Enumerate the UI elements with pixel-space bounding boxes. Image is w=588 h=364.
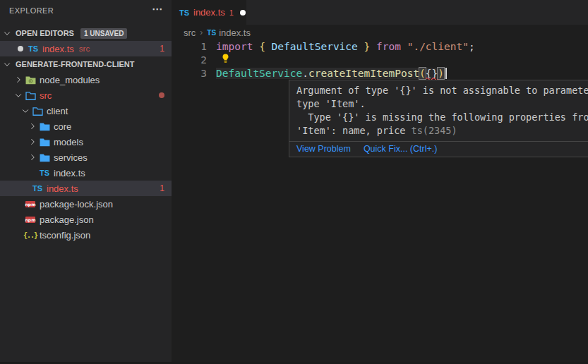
breadcrumb-separator-icon: › <box>200 28 203 37</box>
code-editor[interactable]: 1import { DefaultService } from "./clien… <box>172 40 588 80</box>
open-editors-label: OPEN EDITORS <box>16 29 74 37</box>
chevron-right-icon <box>28 153 37 162</box>
folder-icon <box>39 137 50 147</box>
chevron-down-icon <box>14 91 23 99</box>
tree-file-package-json[interactable]: npmpackage.json <box>0 212 172 227</box>
tree-item-label: package-lock.json <box>40 199 113 210</box>
tree-folder-services[interactable]: services <box>0 150 172 165</box>
code-line-1[interactable]: 1import { DefaultService } from "./clien… <box>172 40 588 54</box>
tree-item-label: node_modules <box>40 75 100 85</box>
file-tree: node_modulessrcclientcoremodelsservicesT… <box>0 72 172 243</box>
open-editor-description: src <box>79 44 90 53</box>
tab-bar: TS index.ts 1 <box>172 0 588 25</box>
tree-folder-client[interactable]: client <box>0 103 172 119</box>
node-modules-folder-icon <box>25 75 36 85</box>
chevron-down-icon <box>3 29 11 37</box>
folder-open-icon <box>32 106 43 116</box>
tree-file-index-ts[interactable]: TSindex.ts1 <box>0 181 172 196</box>
more-actions-icon[interactable]: ⋯ <box>152 3 163 16</box>
tree-item-label: package.json <box>40 214 94 225</box>
line-number: 3 <box>172 67 207 80</box>
chevron-right-icon <box>28 122 37 131</box>
hover-message-line: type 'Item'. <box>296 97 588 111</box>
breadcrumb-file[interactable]: index.ts <box>219 28 251 38</box>
chevron-right-icon <box>14 75 23 84</box>
code-line-3[interactable]: 3DefaultService.createItemItemPost({}) <box>172 67 588 80</box>
tree-folder-models[interactable]: models <box>0 134 172 150</box>
tree-item-label: core <box>54 121 71 132</box>
json-icon: {..} <box>25 230 36 240</box>
tree-file-package-lock-json[interactable]: npmpackage-lock.json <box>0 196 172 212</box>
lightbulb-icon[interactable] <box>221 54 230 66</box>
tree-file-index-ts[interactable]: TSindex.ts <box>0 165 172 181</box>
open-editor-filename: index.ts <box>42 44 74 54</box>
tree-folder-core[interactable]: core <box>0 119 172 134</box>
typescript-file-icon: TS <box>179 8 190 18</box>
tree-folder-node-modules[interactable]: node_modules <box>0 72 172 87</box>
npm-icon: npm <box>25 199 36 209</box>
tree-item-label: services <box>54 152 88 163</box>
tab-index-ts[interactable]: TS index.ts 1 <box>172 0 246 25</box>
tree-item-label: index.ts <box>54 168 85 178</box>
editor-area: TS index.ts 1 src › TS index.ts 1import … <box>172 0 588 364</box>
explorer-sidebar: EXPLORER ⋯ OPEN EDITORS 1 UNSAVED TS ind… <box>0 0 172 364</box>
error-count-badge: 1 <box>160 183 164 193</box>
folder-open-icon <box>25 90 36 100</box>
folder-icon <box>39 121 50 131</box>
tree-item-label: index.ts <box>47 183 78 194</box>
view-problem-link[interactable]: View Problem <box>296 144 351 154</box>
error-dot-icon <box>159 92 164 98</box>
error-count-badge: 1 <box>160 44 164 54</box>
typescript-file-icon: TS <box>207 29 216 37</box>
unsaved-dot-icon[interactable] <box>240 10 246 16</box>
explorer-title: EXPLORER <box>9 6 54 15</box>
hover-message-line: Type '{}' is missing the following prope… <box>296 111 588 124</box>
unsaved-badge: 1 UNSAVED <box>80 28 128 39</box>
code-line-2[interactable]: 2 <box>172 54 588 67</box>
tree-item-label: tsconfig.json <box>40 230 90 241</box>
line-number: 1 <box>172 40 207 54</box>
tree-folder-src[interactable]: src <box>0 87 172 103</box>
tree-item-label: client <box>47 106 68 116</box>
workspace-section-label: GENERATE-FRONTEND-CLIENT <box>16 60 134 68</box>
ts-icon: TS <box>39 168 50 178</box>
workspace-section-header[interactable]: GENERATE-FRONTEND-CLIENT <box>0 56 172 72</box>
tab-error-badge: 1 <box>229 8 234 17</box>
tree-item-label: models <box>54 137 83 147</box>
chevron-down-icon <box>3 60 11 68</box>
npm-icon: npm <box>25 214 36 224</box>
chevron-right-icon <box>28 138 37 146</box>
hover-message-line: Argument of type '{}' is not assignable … <box>296 84 588 97</box>
tab-filename: index.ts <box>193 7 225 18</box>
line-number: 2 <box>172 54 207 67</box>
folder-icon <box>39 152 50 162</box>
text-cursor <box>445 68 447 79</box>
hover-message-line: 'Item': name, price ts(2345) <box>296 124 588 138</box>
open-editors-header[interactable]: OPEN EDITORS 1 UNSAVED <box>0 25 172 41</box>
modified-dot-icon <box>18 46 23 51</box>
open-editor-item[interactable]: TS index.ts src 1 <box>0 41 172 56</box>
ts-icon: TS <box>32 183 43 193</box>
tree-item-label: src <box>40 90 52 101</box>
typescript-file-icon: TS <box>28 44 39 54</box>
chevron-down-icon <box>21 107 30 115</box>
tree-file-tsconfig-json[interactable]: {..}tsconfig.json <box>0 227 172 243</box>
breadcrumb-folder[interactable]: src <box>184 28 196 38</box>
quick-fix-link[interactable]: Quick Fix... (Ctrl+.) <box>364 144 438 154</box>
error-hover-tooltip: Argument of type '{}' is not assignable … <box>289 80 588 157</box>
breadcrumb: src › TS index.ts <box>184 25 251 40</box>
